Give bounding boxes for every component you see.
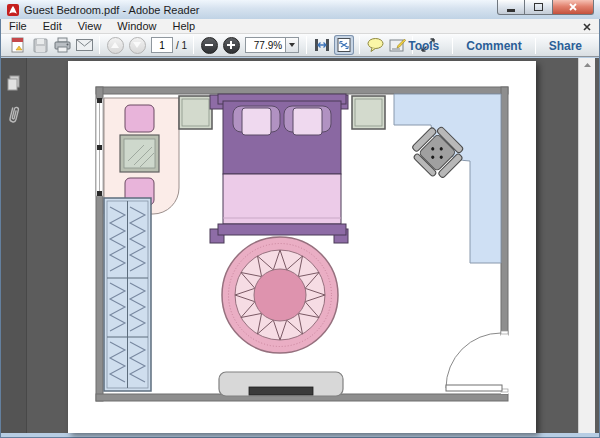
- round-rug: [222, 237, 338, 353]
- minimize-icon: [507, 9, 515, 12]
- zoom-out-button[interactable]: [199, 35, 219, 55]
- adobe-reader-window: Guest Bedroom.pdf - Adobe Reader File Ed…: [0, 0, 600, 438]
- previous-page-icon: [107, 37, 124, 54]
- document-area: [1, 58, 599, 433]
- email-icon: [75, 38, 94, 52]
- double-bed: [210, 94, 348, 243]
- menu-view[interactable]: View: [70, 19, 110, 34]
- zoom-in-button[interactable]: [221, 35, 241, 55]
- zoom-in-icon: [223, 37, 240, 54]
- maximize-button[interactable]: [525, 0, 552, 15]
- entry-door: [446, 331, 508, 394]
- adobe-reader-logo-icon: [7, 4, 19, 16]
- window-controls: [497, 0, 594, 15]
- comment-button[interactable]: Comment: [453, 38, 534, 54]
- email-button[interactable]: [74, 35, 94, 55]
- glass-table: [120, 135, 159, 172]
- vertical-scrollbar[interactable]: [578, 58, 595, 433]
- zoom-level-value[interactable]: 77.9%: [245, 37, 285, 53]
- closet-wardrobe: [104, 198, 151, 391]
- scrollbar-widget-icon: [582, 60, 593, 68]
- close-button[interactable]: [552, 0, 594, 15]
- navigation-rail: [1, 58, 27, 433]
- print-icon: [53, 37, 72, 54]
- next-page-icon: [129, 37, 146, 54]
- tv-bench: [219, 372, 343, 396]
- paperclip-icon: [7, 104, 21, 126]
- fit-width-button[interactable]: [312, 35, 332, 55]
- toolbar: / 1 77.9%: [1, 34, 599, 57]
- maximize-icon: [534, 3, 543, 11]
- share-button[interactable]: Share: [536, 38, 595, 54]
- menu-help[interactable]: Help: [164, 19, 203, 34]
- attachments-panel-button[interactable]: [1, 102, 27, 128]
- print-button[interactable]: [52, 35, 72, 55]
- fit-page-button[interactable]: [334, 35, 354, 55]
- minimize-button[interactable]: [497, 0, 525, 15]
- title-bar[interactable]: Guest Bedroom.pdf - Adobe Reader: [0, 0, 600, 19]
- next-page-button[interactable]: [127, 35, 147, 55]
- fit-width-icon: [313, 37, 331, 53]
- pdf-page: [68, 61, 536, 433]
- floor-plan: [68, 61, 536, 433]
- page-thumbnails-panel-button[interactable]: [1, 70, 27, 96]
- nightstand-right: [352, 96, 385, 129]
- zoom-out-icon: [201, 37, 218, 54]
- zoom-level-dropdown[interactable]: [285, 37, 299, 53]
- page-number-input[interactable]: [151, 37, 173, 53]
- open-file-button[interactable]: [8, 35, 28, 55]
- wall-window: [96, 98, 103, 196]
- page-thumbnails-icon: [6, 74, 22, 92]
- save-button[interactable]: [30, 35, 50, 55]
- corner-mat: [104, 98, 179, 214]
- menu-window[interactable]: Window: [109, 19, 164, 34]
- menu-file[interactable]: File: [1, 19, 35, 34]
- door-leaf: [446, 385, 502, 391]
- previous-page-button[interactable]: [105, 35, 125, 55]
- cushion-top: [125, 105, 154, 132]
- close-icon: [583, 23, 591, 31]
- corner-counter: [394, 94, 501, 263]
- tools-button[interactable]: Tools: [395, 38, 452, 54]
- toolbar-right-group: Tools Comment Share: [395, 34, 595, 57]
- sticky-note-icon: [366, 37, 385, 53]
- menu-edit[interactable]: Edit: [35, 19, 70, 34]
- document-close-button[interactable]: [580, 20, 593, 33]
- window-title: Guest Bedroom.pdf - Adobe Reader: [24, 4, 200, 16]
- menu-bar: File Edit View Window Help: [1, 19, 599, 34]
- save-icon: [32, 37, 49, 54]
- fit-page-icon: [335, 37, 353, 53]
- add-sticky-note-button[interactable]: [365, 35, 385, 55]
- open-file-icon: [9, 36, 27, 54]
- page-total-label: / 1: [176, 40, 187, 51]
- nightstand-left: [179, 96, 212, 129]
- chevron-down-icon: [289, 43, 295, 47]
- close-icon: [568, 2, 578, 12]
